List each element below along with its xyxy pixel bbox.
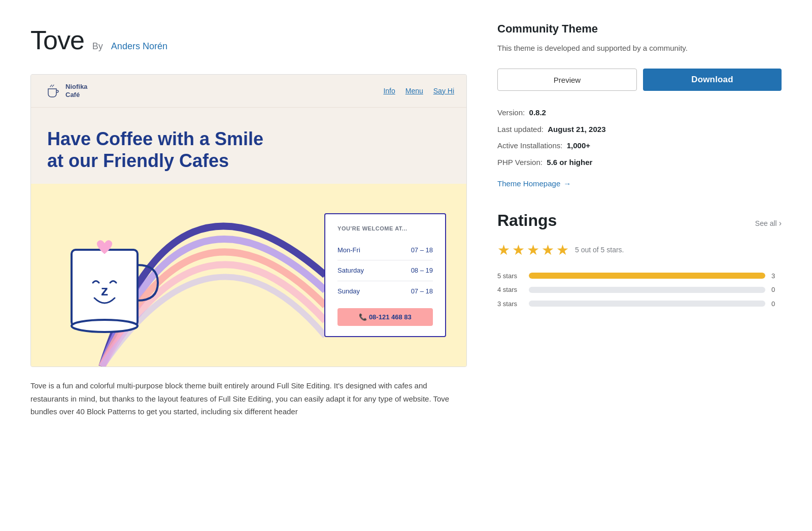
- theme-title-row: Tove By Anders Norén: [30, 20, 467, 60]
- preview-card: Niofika Café Info Menu Say Hi Have Coffe…: [30, 74, 467, 367]
- meta-active-installs: Active Installations: 1,000+: [497, 140, 782, 152]
- left-column: Tove By Anders Norén Niofik: [30, 20, 467, 418]
- stars-row: ★ ★ ★ ★ ★ 5 out of 5 stars.: [497, 240, 782, 261]
- theme-description: Tove is a fun and colorful multi-purpose…: [30, 379, 467, 418]
- rating-bar-4stars: 4 stars 0: [497, 285, 782, 295]
- star-1: ★: [497, 240, 510, 261]
- meta-list: Version: 0.8.2 Last updated: August 21, …: [497, 107, 782, 168]
- page-container: Tove By Anders Norén Niofik: [0, 0, 812, 439]
- theme-title: Tove: [30, 20, 84, 60]
- meta-version: Version: 0.8.2: [497, 107, 782, 119]
- preview-nav-links: Info Menu Say Hi: [383, 86, 454, 96]
- community-text: This theme is developed and supported by…: [497, 42, 782, 54]
- star-2: ★: [512, 240, 525, 261]
- ratings-header: Ratings See all ›: [497, 208, 782, 233]
- right-column: Community Theme This theme is developed …: [497, 20, 782, 418]
- preview-button[interactable]: Preview: [497, 69, 637, 91]
- star-5: ★: [556, 240, 569, 261]
- nav-link-menu[interactable]: Menu: [405, 86, 423, 96]
- preview-logo: Niofika Café: [43, 82, 87, 100]
- see-all-link[interactable]: See all ›: [755, 217, 782, 229]
- rating-bar-3stars: 3 stars 0: [497, 299, 782, 309]
- preview-nav: Niofika Café Info Menu Say Hi: [31, 75, 466, 108]
- schedule-card: YOU'RE WELCOME AT... Mon-Fri 07 – 18 Sat…: [324, 213, 446, 337]
- coffee-mug-illustration: z: [51, 199, 163, 351]
- ratings-title: Ratings: [497, 208, 557, 233]
- meta-last-updated: Last updated: August 21, 2023: [497, 124, 782, 136]
- logo-text: Niofika Café: [65, 83, 87, 98]
- author-by: By: [92, 40, 103, 53]
- stars-label: 5 out of 5 stars.: [575, 245, 624, 255]
- phone-button[interactable]: 📞 08-121 468 83: [337, 308, 433, 326]
- download-button[interactable]: Download: [643, 69, 782, 91]
- preview-hero: Have Coffee with a Smile at our Friendly…: [31, 108, 466, 172]
- rating-bar-5stars: 5 stars 3: [497, 271, 782, 281]
- nav-link-sayhi[interactable]: Say Hi: [433, 86, 454, 96]
- community-title: Community Theme: [497, 20, 782, 37]
- star-3: ★: [527, 240, 539, 261]
- bar-fill-5: [529, 273, 765, 279]
- svg-text:z: z: [101, 283, 108, 298]
- preview-hero-text: Have Coffee with a Smile at our Friendly…: [47, 128, 450, 172]
- schedule-row-sunday: Sunday 07 – 18: [337, 281, 433, 302]
- preview-illustration: z YOU'RE WELCOME AT... Mon-Fri 07 – 18 S…: [31, 184, 466, 367]
- nav-link-info[interactable]: Info: [383, 86, 395, 96]
- theme-homepage-link[interactable]: Theme Homepage →: [497, 178, 571, 190]
- schedule-row-saturday: Saturday 08 – 19: [337, 260, 433, 281]
- author-link[interactable]: Anders Norén: [111, 40, 167, 53]
- logo-icon: [43, 82, 61, 100]
- action-buttons: Preview Download: [497, 69, 782, 91]
- schedule-card-title: YOU'RE WELCOME AT...: [337, 224, 433, 233]
- meta-php: PHP Version: 5.6 or higher: [497, 157, 782, 169]
- rating-bars: 5 stars 3 4 stars 0 3 stars 0: [497, 271, 782, 309]
- schedule-row-monfri: Mon-Fri 07 – 18: [337, 240, 433, 261]
- star-4: ★: [542, 240, 554, 261]
- svg-point-2: [72, 320, 138, 332]
